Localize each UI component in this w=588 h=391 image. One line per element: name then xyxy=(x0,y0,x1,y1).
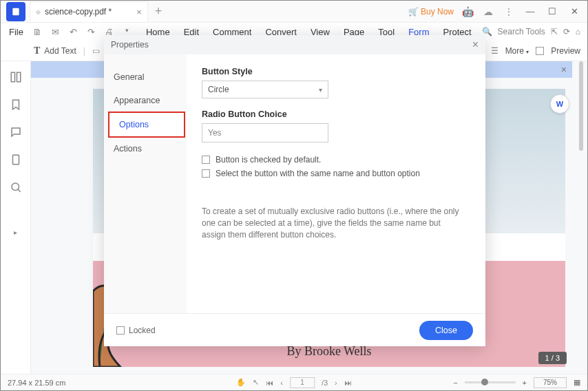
home-icon[interactable]: ⌂ xyxy=(576,27,580,36)
checked-default-checkbox[interactable] xyxy=(202,156,210,164)
close-button[interactable]: Close xyxy=(419,321,473,340)
close-strip-icon[interactable]: × xyxy=(561,64,567,75)
properties-dialog: Properties × General Appearance Options … xyxy=(104,35,485,346)
hand-tool-icon[interactable]: ✋ xyxy=(236,378,246,387)
locked-label: Locked xyxy=(129,326,156,335)
tab-general[interactable]: General xyxy=(104,65,187,89)
attachment-icon[interactable] xyxy=(10,154,22,166)
search-tools-label[interactable]: Search Tools xyxy=(498,27,545,36)
form-tool-icon[interactable]: ▭ xyxy=(92,46,100,56)
locked-checkbox[interactable] xyxy=(116,326,125,335)
select-tool-icon[interactable]: ↖ xyxy=(253,378,259,387)
app-icon xyxy=(6,2,25,21)
word-badge-icon[interactable]: W xyxy=(550,94,569,114)
page-input[interactable]: 1 xyxy=(290,377,315,388)
zoom-out-icon[interactable]: − xyxy=(453,379,457,387)
svg-rect-1 xyxy=(11,72,14,82)
vertical-scrollbar[interactable] xyxy=(572,61,587,374)
preview-checkbox[interactable] xyxy=(536,47,544,55)
mail-icon[interactable]: ✉ xyxy=(50,27,62,37)
align-icon[interactable]: ☰ xyxy=(491,46,498,56)
button-style-label: Button Style xyxy=(202,67,470,76)
next-page-icon[interactable]: › xyxy=(335,379,337,387)
checked-default-label: Button is checked by default. xyxy=(216,155,321,165)
cloud-sync-icon[interactable]: ⟳ xyxy=(563,27,570,36)
add-text-tool[interactable]: T Add Text xyxy=(34,45,76,56)
cloud-icon[interactable]: ☁ xyxy=(481,5,495,19)
page-dimensions: 27.94 x 21.59 cm xyxy=(8,379,65,387)
chevron-down-icon: ▾ xyxy=(319,86,322,94)
svg-rect-2 xyxy=(17,72,20,82)
save-icon[interactable]: 🗎 xyxy=(32,27,44,37)
zoom-value[interactable]: 75% xyxy=(534,377,567,388)
close-dialog-icon[interactable]: × xyxy=(472,39,479,51)
status-bar: 27.94 x 21.59 cm ✋ ↖ ⏮ ‹ 1 /3 › ⏭ − + 75… xyxy=(1,374,587,390)
tab-title: science-copy.pdf * xyxy=(45,7,112,17)
dialog-content: Button Style Circle ▾ Radio Button Choic… xyxy=(187,54,485,313)
page-counter-pill: 1 / 3 xyxy=(538,352,567,364)
tab-actions[interactable]: Actions xyxy=(104,137,187,160)
buy-now-link[interactable]: 🛒 Buy Now xyxy=(408,7,454,17)
radio-choice-input[interactable]: Yes xyxy=(202,123,328,142)
fit-view-icon[interactable]: ▦ xyxy=(574,378,580,387)
left-sidebar: ▸ xyxy=(1,61,31,374)
dialog-title: Properties xyxy=(111,40,149,50)
minimize-button[interactable]: — xyxy=(523,6,538,17)
first-page-icon[interactable]: ⏮ xyxy=(266,379,273,387)
dialog-footer: Locked Close xyxy=(104,313,485,346)
hint-text: To create a set of mutually exclusive ra… xyxy=(202,206,463,240)
document-tab[interactable]: ⟐ science-copy.pdf * × xyxy=(30,1,148,22)
page-total-label: /3 xyxy=(322,379,328,387)
more-dropdown[interactable]: More ▾ xyxy=(505,46,529,56)
zoom-slider[interactable] xyxy=(465,381,516,383)
magnify-icon[interactable] xyxy=(10,181,22,193)
undo-icon[interactable]: ↶ xyxy=(67,27,80,37)
close-window-button[interactable]: ✕ xyxy=(567,6,582,17)
dialog-header: Properties × xyxy=(104,35,485,54)
new-tab-button[interactable]: + xyxy=(155,4,162,19)
cart-icon: 🛒 xyxy=(408,7,419,17)
share-icon[interactable]: ⇱ xyxy=(551,27,558,36)
expand-sidebar-icon[interactable]: ▸ xyxy=(14,229,17,236)
bookmark-icon[interactable] xyxy=(10,98,22,111)
button-style-select[interactable]: Circle ▾ xyxy=(202,81,328,98)
document-byline: By Brooke Wells xyxy=(286,344,371,359)
comment-icon[interactable] xyxy=(10,126,22,138)
close-tab-icon[interactable]: × xyxy=(136,7,142,17)
dialog-sidebar: General Appearance Options Actions xyxy=(104,54,187,313)
svg-point-4 xyxy=(12,183,19,191)
last-page-icon[interactable]: ⏭ xyxy=(344,379,352,387)
svg-rect-0 xyxy=(12,8,19,15)
preview-label: Preview xyxy=(551,46,580,56)
svg-rect-3 xyxy=(12,155,19,165)
thumbnails-icon[interactable] xyxy=(10,71,22,83)
prev-page-icon[interactable]: ‹ xyxy=(280,379,283,387)
zoom-in-icon[interactable]: + xyxy=(523,379,527,387)
file-menu[interactable]: File xyxy=(1,27,32,37)
redo-icon[interactable]: ↷ xyxy=(85,27,98,37)
page-navigation: ✋ ↖ ⏮ ‹ 1 /3 › ⏭ xyxy=(236,377,352,388)
kebab-menu-icon[interactable]: ⋮ xyxy=(502,5,516,19)
radio-choice-label: Radio Button Choice xyxy=(202,109,470,119)
tab-appearance[interactable]: Appearance xyxy=(104,89,187,112)
titlebar: ⟐ science-copy.pdf * × + 🛒 Buy Now 🤖 ☁ ⋮… xyxy=(1,1,587,23)
maximize-button[interactable]: ☐ xyxy=(545,6,560,17)
same-name-checkbox[interactable] xyxy=(202,169,210,178)
same-name-label: Select the button with the same name and… xyxy=(216,169,420,178)
tab-options[interactable]: Options xyxy=(108,112,185,138)
robot-icon[interactable]: 🤖 xyxy=(461,5,474,19)
